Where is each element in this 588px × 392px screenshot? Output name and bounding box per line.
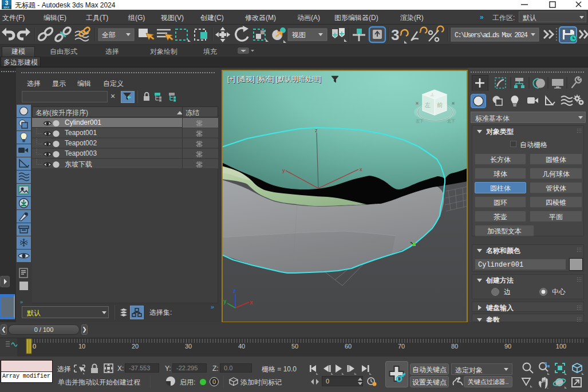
svg-text:100: 100 [556, 343, 566, 350]
svg-text:3: 3 [5, 0, 9, 6]
svg-text:70: 70 [398, 343, 405, 350]
svg-text:上: 上 [430, 93, 434, 96]
svg-text:左下: 左下 [416, 119, 424, 123]
svg-text:60: 60 [345, 343, 352, 350]
svg-text:MAX: MAX [4, 6, 10, 9]
svg-text:90: 90 [504, 343, 511, 350]
svg-text:z: z [315, 128, 318, 133]
svg-text:3: 3 [391, 26, 399, 43]
svg-text:40: 40 [238, 343, 245, 350]
svg-text:y: y [282, 168, 285, 173]
svg-text:[+] [透视] [标准] [默认明暗处理]: [+] [透视] [标准] [默认明暗处理] [227, 75, 321, 83]
svg-text:50: 50 [291, 343, 298, 350]
svg-text:x: x [250, 299, 253, 306]
svg-text:z: z [233, 288, 236, 294]
svg-text:y: y [223, 298, 227, 304]
svg-text:北下: 北下 [447, 119, 455, 124]
svg-text:左: 左 [425, 102, 431, 108]
svg-text:全部: 全部 [102, 31, 116, 39]
svg-text:20: 20 [132, 343, 139, 350]
svg-text:视图: 视图 [291, 31, 306, 39]
svg-text:0: 0 [33, 343, 36, 350]
svg-text:10: 10 [78, 343, 85, 350]
svg-text:x: x [360, 167, 362, 172]
svg-text:30: 30 [185, 343, 192, 350]
svg-text:80: 80 [451, 343, 458, 350]
svg-text:C:\Users\ad…ds Max 2024: C:\Users\ad…ds Max 2024 [455, 31, 528, 39]
svg-text:前: 前 [437, 102, 443, 108]
